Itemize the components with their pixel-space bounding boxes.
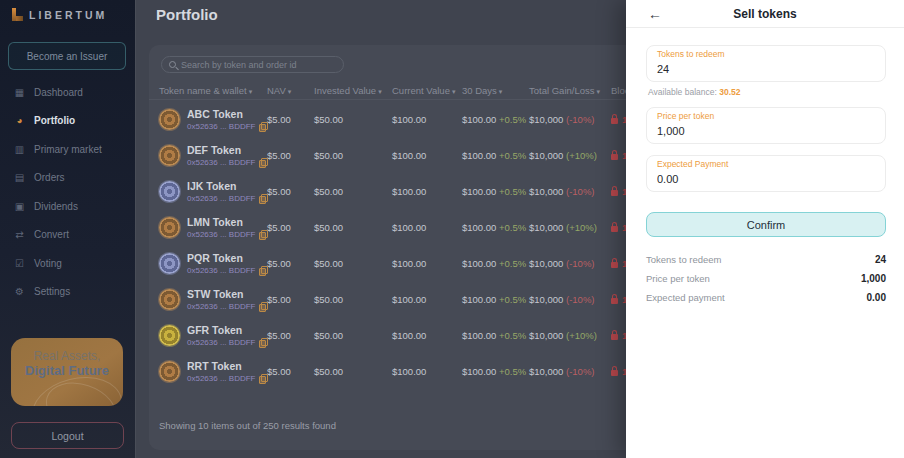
total-change: (-10%)	[566, 294, 595, 305]
token-wallet: 0x52636 ... BDDFF	[187, 122, 266, 131]
30-days-change: +0.5%	[499, 330, 526, 341]
sort-caret-icon: ▾	[452, 88, 456, 95]
token-name: IJK Token	[187, 180, 266, 192]
copy-icon[interactable]	[259, 302, 266, 310]
copy-icon[interactable]	[259, 194, 266, 202]
nav-value: $5.00	[267, 222, 314, 233]
current-value: $100.00	[392, 114, 462, 125]
sidebar-item-dividends[interactable]: ▣Dividends	[0, 192, 135, 221]
total-gain-loss: $10,000 (+10%)	[529, 222, 611, 233]
30-days-change: +0.5%	[499, 114, 526, 125]
copy-icon[interactable]	[259, 374, 266, 382]
available-balance: Available balance: 30.52	[648, 87, 886, 97]
dividends-icon: ▣	[13, 201, 26, 212]
libertum-logo: LIBERTUM	[12, 8, 107, 21]
summary-row: Expected payment0.00	[646, 288, 886, 307]
30-days-value: $100.00 +0.5%	[462, 330, 529, 341]
sidebar-item-convert[interactable]: ⇄Convert	[0, 221, 135, 250]
invested-value: $50.00	[314, 222, 392, 233]
30-days-change: +0.5%	[499, 186, 526, 197]
sidebar-item-voting[interactable]: ☑Voting	[0, 249, 135, 278]
lock-icon	[611, 298, 618, 304]
30-days-value: $100.00 +0.5%	[462, 150, 529, 161]
sidebar-item-label: Settings	[34, 286, 70, 297]
sidebar-item-settings[interactable]: ⚙Settings	[0, 278, 135, 307]
sidebar-nav: ▦Dashboard◕Portfolio▥Primary market▤Orde…	[0, 78, 135, 306]
field-price-per-token: Price per token	[646, 107, 886, 144]
sort-caret-icon: ▾	[378, 88, 382, 95]
token-name-wallet: RRT Token0x52636 ... BDDFF	[187, 360, 266, 383]
lock-icon	[611, 370, 618, 376]
copy-icon[interactable]	[259, 266, 266, 274]
token-name-wallet: LMN Token0x52636 ... BDDFF	[187, 216, 266, 239]
sidebar-item-portfolio[interactable]: ◕Portfolio	[0, 107, 135, 136]
total-gain-loss: $10,000 (-10%)	[529, 114, 611, 125]
total-change: (-10%)	[566, 366, 595, 377]
30-days-value: $100.00 +0.5%	[462, 366, 529, 377]
column-header-nav[interactable]: NAV▾	[267, 85, 314, 96]
column-header-total-gain-loss[interactable]: Total Gain/Loss▾	[529, 85, 611, 96]
copy-icon[interactable]	[259, 338, 266, 346]
field-label: Tokens to redeem	[657, 49, 875, 59]
field-input-price-per-token[interactable]	[657, 125, 875, 138]
sidebar-item-orders[interactable]: ▤Orders	[0, 164, 135, 193]
wallet-address: 0x52636 ... BDDFF	[187, 122, 255, 131]
30-days-change: +0.5%	[499, 366, 526, 377]
field-input-expected-payment[interactable]	[657, 173, 875, 186]
wallet-address: 0x52636 ... BDDFF	[187, 194, 255, 203]
lock-icon	[611, 262, 618, 268]
token-cell: IJK Token0x52636 ... BDDFF	[159, 180, 267, 203]
lock-icon	[611, 334, 618, 340]
confirm-button[interactable]: Confirm	[646, 212, 886, 237]
market-chart-icon: ▥	[13, 144, 26, 155]
sidebar-item-label: Primary market	[34, 144, 102, 155]
column-header-current-value[interactable]: Current Value▾	[392, 85, 462, 96]
logout-button[interactable]: Logout	[11, 422, 124, 449]
results-count: Showing 10 items out of 250 results foun…	[159, 420, 336, 431]
column-header-30-days[interactable]: 30 Days▾	[462, 85, 529, 96]
copy-icon[interactable]	[259, 230, 266, 238]
sort-caret-icon: ▾	[288, 88, 292, 95]
order-summary: Tokens to redeem24Price per token1,000Ex…	[646, 250, 886, 307]
token-cell: RRT Token0x52636 ... BDDFF	[159, 360, 267, 383]
token-name-wallet: ABC Token0x52636 ... BDDFF	[187, 108, 266, 131]
sell-tokens-panel: ← Sell tokens Tokens to redeem Available…	[626, 0, 904, 458]
summary-value: 0.00	[867, 292, 886, 303]
sort-caret-icon: ▾	[499, 88, 503, 95]
token-cell: ABC Token0x52636 ... BDDFF	[159, 108, 267, 131]
total-change: (-10%)	[566, 258, 595, 269]
token-avatar	[159, 361, 180, 382]
copy-icon[interactable]	[259, 158, 266, 166]
panel-title: Sell tokens	[733, 7, 796, 21]
token-name-wallet: IJK Token0x52636 ... BDDFF	[187, 180, 266, 203]
total-gain-loss: $10,000 (-10%)	[529, 366, 611, 377]
field-input-tokens-to-redeem[interactable]	[657, 63, 875, 76]
invested-value: $50.00	[314, 258, 392, 269]
copy-icon[interactable]	[259, 122, 266, 130]
sidebar-item-dashboard[interactable]: ▦Dashboard	[0, 78, 135, 107]
column-header-invested-value[interactable]: Invested Value▾	[314, 85, 392, 96]
token-cell: DEF Token0x52636 ... BDDFF	[159, 144, 267, 167]
token-name: RRT Token	[187, 360, 266, 372]
page-title: Portfolio	[156, 6, 218, 23]
sidebar-item-label: Portfolio	[34, 115, 75, 126]
become-issuer-button[interactable]: Become an Issuer	[8, 42, 126, 70]
token-avatar	[159, 217, 180, 238]
column-header-token-name-wallet[interactable]: Token name & wallet▾	[159, 85, 267, 96]
sidebar-item-primary-market[interactable]: ▥Primary market	[0, 135, 135, 164]
token-name: DEF Token	[187, 144, 266, 156]
panel-body: Tokens to redeem Available balance: 30.5…	[626, 45, 904, 307]
sort-caret-icon: ▾	[249, 88, 253, 95]
portfolio-pie-icon: ◕	[13, 115, 26, 126]
nav-value: $5.00	[267, 366, 314, 377]
back-arrow-icon[interactable]: ←	[648, 4, 662, 24]
token-cell: PQR Token0x52636 ... BDDFF	[159, 252, 267, 275]
promo-card: Real Assets, Digital Future	[11, 338, 123, 406]
available-balance-label: Available balance:	[648, 87, 717, 97]
search-input[interactable]	[181, 60, 336, 70]
field-tokens-to-redeem: Tokens to redeem	[646, 45, 886, 82]
token-avatar	[159, 253, 180, 274]
total-change: (-10%)	[566, 186, 595, 197]
invested-value: $50.00	[314, 366, 392, 377]
nav-value: $5.00	[267, 294, 314, 305]
